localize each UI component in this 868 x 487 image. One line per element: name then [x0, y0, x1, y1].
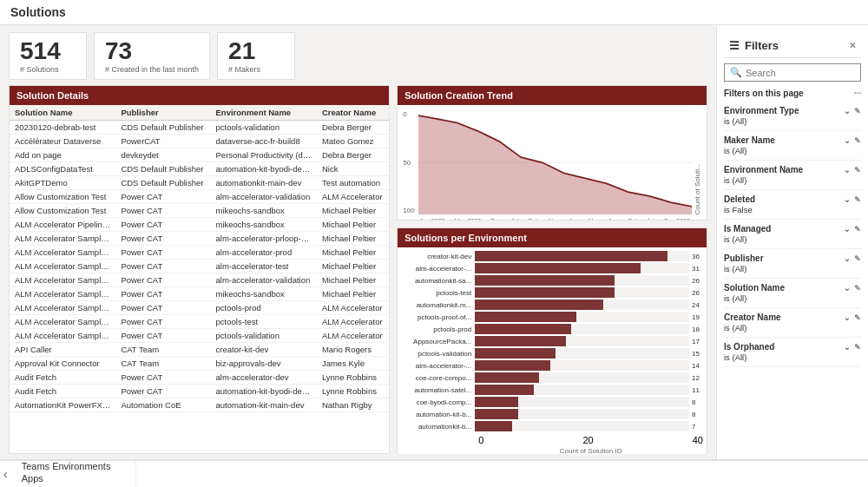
edit-icon[interactable]: ✎: [854, 166, 861, 174]
table-row[interactable]: ALM Accelerator Sample SolutionPower CAT…: [10, 231, 389, 245]
filter-item[interactable]: Environment Name ⌄ ✎ is (All): [724, 161, 861, 190]
stat-solutions-label: # Solutions: [20, 65, 76, 74]
filter-item-title: Creator Name ⌄ ✎: [724, 313, 861, 322]
table-row[interactable]: 20230120-debrab-testCDS Default Publishe…: [10, 120, 389, 134]
filters-search-box[interactable]: 🔍: [724, 63, 861, 82]
table-row[interactable]: Audit FetchPower CATautomation-kit-byodi…: [10, 384, 389, 398]
filter-item-value: is (All): [724, 293, 861, 303]
trend-y-axis: 100 50 0: [403, 110, 418, 215]
filter-item-title: Is Orphaned ⌄ ✎: [724, 342, 861, 352]
tab-nav-left[interactable]: ‹: [0, 461, 11, 487]
table-row[interactable]: ALM Accelerator Sample SolutionPower CAT…: [10, 286, 389, 300]
edit-icon[interactable]: ✎: [854, 107, 861, 115]
trend-chart-title: Solution Creation Trend: [398, 86, 707, 105]
stat-makers: 21 # Makers: [217, 32, 295, 80]
bottom-tabs: ‹ Teams EnvironmentsAppsCloud FlowsCusto…: [0, 459, 868, 487]
filters-close-icon[interactable]: ✕: [849, 41, 856, 50]
col-creator-name: Creator Name: [317, 105, 389, 121]
col-environment-name: Environment Name: [211, 105, 317, 121]
chevron-down-icon[interactable]: ⌄: [844, 225, 851, 234]
edit-icon[interactable]: ✎: [854, 343, 861, 352]
search-icon: 🔍: [730, 67, 742, 78]
table-row[interactable]: AutomationKit PowerFX ROI CalculatorAuto…: [10, 398, 389, 411]
chevron-down-icon[interactable]: ⌄: [844, 254, 851, 263]
page-header: Solutions: [0, 0, 868, 25]
bar-row: creator-kit-dev36: [401, 251, 703, 261]
table-row[interactable]: Audit FetchPower CATalm-accelerator-devL…: [10, 370, 389, 384]
filter-item-value: is (All): [724, 145, 861, 155]
table-row[interactable]: Add on pagedevkeydetPersonal Productivit…: [10, 148, 389, 161]
bar-row: alm-accelerator-...31: [401, 263, 703, 273]
table-row[interactable]: AkitGPTDemoCDS Default Publisherautomati…: [10, 175, 389, 189]
stat-makers-number: 21: [228, 38, 284, 65]
filters-header: ☰ Filters ✕: [724, 32, 861, 58]
chevron-down-icon[interactable]: ⌄: [844, 284, 851, 293]
edit-icon[interactable]: ✎: [854, 195, 861, 204]
table-title: Solution Details: [10, 86, 389, 105]
chevron-down-icon[interactable]: ⌄: [844, 136, 851, 145]
filter-item-title: Solution Name ⌄ ✎: [724, 283, 861, 293]
bar-row: automationkit-sa...26: [401, 275, 703, 286]
chevron-down-icon[interactable]: ⌄: [844, 195, 851, 204]
table-row[interactable]: Accélérateur DataversePowerCATdataverse-…: [10, 134, 389, 148]
col-publisher: Publisher: [115, 105, 210, 121]
tabs-container: Teams EnvironmentsAppsCloud FlowsCustom …: [11, 461, 136, 487]
filter-item-value: is (All): [724, 174, 861, 185]
table-row[interactable]: ALM Accelerator Sample SolutionPower CAT…: [10, 245, 389, 259]
filters-on-page-label: Filters on this page ···: [724, 89, 861, 98]
bar-row: pctools-prod18: [401, 324, 703, 334]
stat-created-number: 73: [105, 38, 199, 65]
filter-item-title: Maker Name ⌄ ✎: [724, 135, 861, 145]
bar-x-axis: 0 20 40: [401, 433, 703, 445]
edit-icon[interactable]: ✎: [854, 254, 861, 263]
table-row[interactable]: ALM Accelerator Pipelines SolutionPower …: [10, 217, 389, 231]
stat-solutions-number: 514: [20, 38, 76, 65]
filter-item[interactable]: Publisher ⌄ ✎ is (All): [724, 249, 861, 279]
bar-row: coe-core-compo...12: [401, 372, 703, 383]
filters-search-input[interactable]: [746, 68, 855, 78]
edit-icon[interactable]: ✎: [854, 313, 861, 322]
trend-x-labels: Jun 2023May 2023DecJulFebNovAprMarJanOct…: [418, 218, 692, 220]
chevron-down-icon[interactable]: ⌄: [844, 166, 851, 174]
trend-svg: Jun 2023May 2023DecJulFebNovAprMarJanOct…: [418, 110, 692, 215]
filter-item[interactable]: Deleted ⌄ ✎ is False: [724, 190, 861, 220]
chevron-down-icon[interactable]: ⌄: [844, 107, 851, 115]
table-row[interactable]: API CallerCAT Teamcreator-kit-devMario R…: [10, 342, 389, 356]
charts-panel: Solution Creation Trend 100 50 0: [397, 85, 707, 454]
filter-item[interactable]: Maker Name ⌄ ✎ is (All): [724, 131, 861, 161]
table-container[interactable]: Solution Name Publisher Environment Name…: [10, 105, 389, 453]
table-row[interactable]: ALM Accelerator Sample SolutionPower CAT…: [10, 300, 389, 314]
tab-teams-environments[interactable]: Teams Environments: [11, 461, 136, 473]
table-row[interactable]: Allow Customization TestPower CATalm-acc…: [10, 189, 389, 203]
filters-more-icon[interactable]: ···: [854, 89, 861, 98]
solution-table: Solution Name Publisher Environment Name…: [10, 105, 389, 412]
edit-icon[interactable]: ✎: [854, 284, 861, 293]
filter-item[interactable]: Solution Name ⌄ ✎ is (All): [724, 279, 861, 308]
table-row[interactable]: Approval Kit ConnectorCAT Teambiz-approv…: [10, 356, 389, 370]
bar-row: pctools-validation15: [401, 348, 703, 359]
solution-details-panel: Solution Details Solution Name Publisher…: [9, 85, 390, 454]
trend-chart-body: 100 50 0: [398, 105, 707, 220]
table-row[interactable]: ALM Accelerator Sample SolutionPower CAT…: [10, 259, 389, 273]
bar-row: automation-satel...11: [401, 385, 703, 395]
filter-item-title: Deleted ⌄ ✎: [724, 194, 861, 204]
bar-row: AppsourcePacka...17: [401, 336, 703, 346]
filter-item[interactable]: Is Managed ⌄ ✎ is (All): [724, 220, 861, 249]
chevron-down-icon[interactable]: ⌄: [844, 343, 851, 352]
stat-created-label: # Created in the last month: [105, 65, 199, 74]
chevron-down-icon[interactable]: ⌄: [844, 313, 851, 322]
filter-item[interactable]: Is Orphaned ⌄ ✎ is (All): [724, 338, 861, 367]
table-row[interactable]: ALM Accelerator Sample SolutionPower CAT…: [10, 314, 389, 328]
table-header-row: Solution Name Publisher Environment Name…: [10, 105, 389, 121]
edit-icon[interactable]: ✎: [854, 225, 861, 234]
table-row[interactable]: Allow Customization TestPower CATmikeoch…: [10, 203, 389, 217]
filter-item-title: Environment Name ⌄ ✎: [724, 165, 861, 174]
tab-apps[interactable]: Apps: [11, 473, 136, 485]
edit-icon[interactable]: ✎: [854, 136, 861, 145]
table-row[interactable]: ADLSConfigDataTestCDS Default Publishera…: [10, 161, 389, 175]
bar-row: automationkit-b...7: [401, 421, 703, 431]
filter-item[interactable]: Creator Name ⌄ ✎ is (All): [724, 308, 861, 338]
filter-item[interactable]: Environment Type ⌄ ✎ is (All): [724, 102, 861, 131]
table-row[interactable]: ALM Accelerator Sample SolutionPower CAT…: [10, 328, 389, 342]
table-row[interactable]: ALM Accelerator Sample SolutionPower CAT…: [10, 273, 389, 286]
